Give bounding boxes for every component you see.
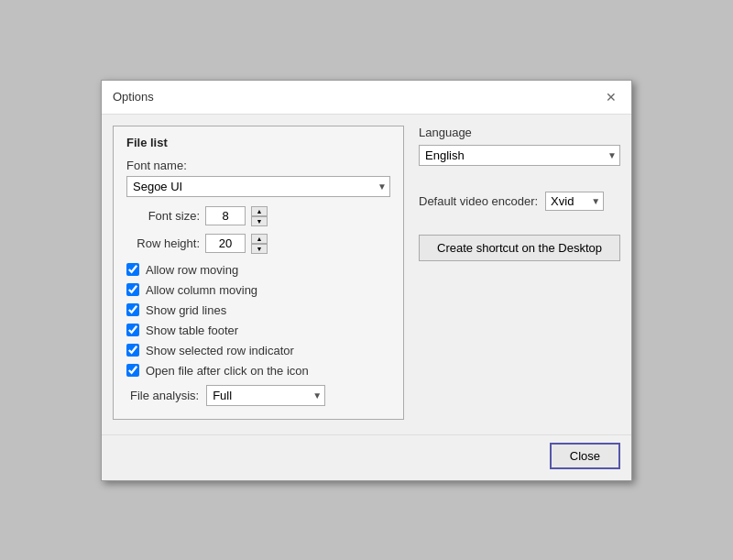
close-dialog-button[interactable]: Close — [550, 443, 620, 469]
row-height-spinner: ▲ ▼ — [251, 234, 268, 254]
file-analysis-select[interactable]: Full Quick None — [206, 385, 325, 406]
file-list-title: File list — [126, 136, 390, 149]
language-container: English French German Spanish ▼ — [419, 145, 620, 166]
title-bar: Options ✕ — [102, 81, 631, 115]
show-grid-lines-checkbox[interactable] — [126, 303, 139, 316]
open-file-after-click-checkbox[interactable] — [126, 364, 139, 377]
language-select[interactable]: English French German Spanish — [419, 145, 620, 166]
checkbox-allow-column-moving: Allow column moving — [126, 283, 390, 297]
font-name-row: Font name: Segoe UI Arial Tahoma ▼ — [126, 159, 390, 197]
checkbox-show-row-indicator: Show selected row indicator — [126, 344, 390, 357]
encoder-container: Xvid x264 HEVC DivX ▼ — [545, 192, 604, 211]
encoder-select[interactable]: Xvid x264 HEVC DivX — [545, 192, 604, 211]
language-section: Language English French German Spanish ▼ — [419, 126, 620, 166]
row-height-label: Row height: — [136, 236, 200, 250]
font-size-spinner: ▲ ▼ — [251, 206, 268, 226]
allow-column-moving-label: Allow column moving — [146, 283, 257, 297]
encoder-row: Default video encoder: Xvid x264 HEVC Di… — [419, 192, 620, 211]
file-analysis-container: Full Quick None ▼ — [206, 385, 325, 406]
show-grid-lines-label: Show grid lines — [146, 303, 226, 317]
font-size-label: Font size: — [136, 209, 200, 223]
file-analysis-label: File analysis: — [130, 389, 199, 402]
title-close-button[interactable]: ✕ — [602, 88, 620, 106]
row-height-row: Row height: ▲ ▼ — [126, 234, 390, 254]
checkbox-show-grid-lines: Show grid lines — [126, 303, 390, 317]
checkbox-allow-row-moving: Allow row moving — [126, 263, 390, 277]
row-height-up-button[interactable]: ▲ — [251, 234, 268, 244]
font-name-select[interactable]: Segoe UI Arial Tahoma — [126, 176, 390, 197]
show-row-indicator-label: Show selected row indicator — [146, 344, 294, 357]
language-label: Language — [419, 126, 620, 139]
show-row-indicator-checkbox[interactable] — [126, 344, 139, 357]
show-table-footer-checkbox[interactable] — [126, 324, 139, 336]
font-size-up-button[interactable]: ▲ — [251, 206, 268, 216]
checkbox-open-file-after-click: Open file after click on the icon — [126, 364, 390, 378]
dialog-content: File list Font name: Segoe UI Arial Taho… — [102, 115, 631, 431]
encoder-label: Default video encoder: — [419, 194, 538, 208]
dialog-title: Options — [113, 90, 154, 104]
font-size-input[interactable] — [205, 206, 246, 225]
font-name-container: Segoe UI Arial Tahoma ▼ — [126, 176, 390, 197]
allow-row-moving-label: Allow row moving — [146, 263, 238, 277]
font-size-down-button[interactable]: ▼ — [251, 216, 268, 226]
right-panel: Language English French German Spanish ▼… — [419, 126, 620, 420]
options-dialog: Options ✕ File list Font name: Segoe UI … — [101, 80, 632, 481]
font-name-label: Font name: — [126, 159, 390, 172]
font-size-row: Font size: ▲ ▼ — [126, 206, 390, 226]
create-shortcut-button[interactable]: Create shortcut on the Desktop — [419, 235, 620, 261]
checkboxes-group: Allow row moving Allow column moving Sho… — [126, 263, 390, 378]
checkbox-show-table-footer: Show table footer — [126, 324, 390, 337]
row-height-down-button[interactable]: ▼ — [251, 244, 268, 254]
row-height-input[interactable] — [205, 234, 246, 253]
file-list-panel: File list Font name: Segoe UI Arial Taho… — [113, 126, 404, 420]
file-analysis-row: File analysis: Full Quick None ▼ — [126, 385, 390, 406]
show-table-footer-label: Show table footer — [146, 324, 238, 337]
allow-row-moving-checkbox[interactable] — [126, 263, 139, 276]
dialog-footer: Close — [102, 434, 631, 480]
open-file-after-click-label: Open file after click on the icon — [146, 364, 309, 378]
allow-column-moving-checkbox[interactable] — [126, 283, 139, 296]
